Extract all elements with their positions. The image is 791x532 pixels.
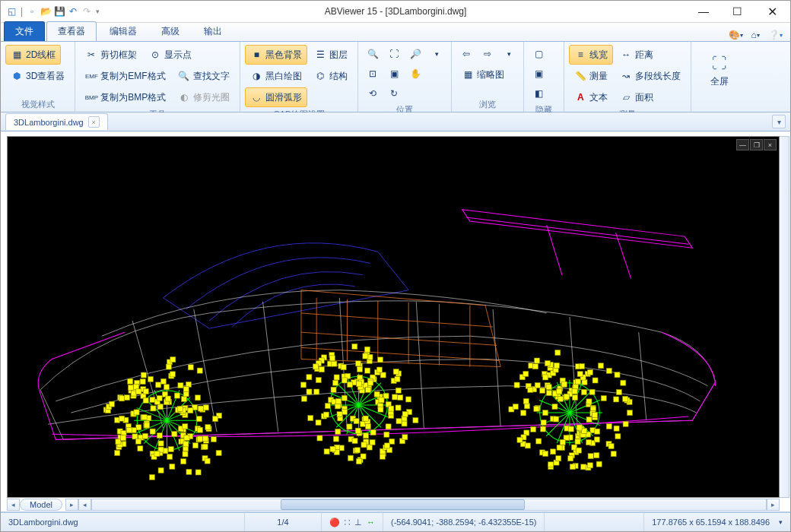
chevron-down-icon: ▾ [435, 50, 439, 58]
btn-fullscreen[interactable]: ⛶ 全屏 [696, 45, 743, 98]
btn-trim-aperture[interactable]: ◐修剪光圈 [173, 87, 235, 107]
vp-restore-icon[interactable]: ❐ [750, 139, 763, 150]
btn-smooth-arc[interactable]: ◡圆滑弧形 [245, 87, 307, 107]
svg-rect-142 [211, 436, 216, 442]
maximize-button[interactable]: ☐ [720, 1, 754, 22]
status-grid-icon[interactable]: ↔ [367, 518, 375, 527]
tab-file[interactable]: 文件 [4, 21, 45, 41]
qat-dropdown-icon[interactable]: ▾ [96, 8, 100, 15]
btn-hide-2[interactable]: ▣ [529, 65, 548, 83]
svg-rect-440 [577, 425, 582, 430]
btn-bw-draw[interactable]: ◑黑白绘图 [245, 66, 307, 86]
cube-icon: ⬢ [11, 70, 23, 82]
svg-rect-406 [595, 429, 600, 434]
btn-prev[interactable]: ⇦ [456, 45, 476, 63]
svg-rect-384 [606, 424, 612, 429]
svg-rect-299 [364, 347, 370, 352]
btn-zoom-drop[interactable]: ▾ [427, 45, 446, 63]
tab-advanced[interactable]: 高级 [150, 21, 191, 41]
black-bg-icon: ■ [250, 49, 262, 61]
btn-measure[interactable]: 📏测量 [569, 66, 613, 86]
btn-zoom-fit[interactable]: ⛶ [384, 45, 404, 63]
doc-tab-active[interactable]: 3DLamborgini.dwg × [5, 113, 108, 130]
btn-black-bg[interactable]: ■黑色背景 [245, 45, 307, 65]
redo-icon[interactable]: ↷ [81, 5, 93, 17]
model-tab[interactable]: Model [20, 499, 62, 511]
group-browse: ⇦ ⇨ ▾ ▦缩略图 浏览 [452, 42, 524, 112]
tab-output[interactable]: 输出 [192, 21, 233, 41]
svg-rect-258 [370, 430, 376, 435]
doc-tabs-menu-icon[interactable]: ▾ [772, 115, 786, 128]
svg-rect-305 [348, 382, 353, 387]
save-icon[interactable]: 💾 [53, 5, 65, 17]
close-button[interactable]: ✕ [754, 1, 790, 22]
btn-text[interactable]: A文本 [569, 87, 613, 107]
vp-minimize-icon[interactable]: — [736, 139, 749, 150]
new-icon[interactable]: ▫ [26, 5, 38, 17]
btn-pan[interactable]: ✋ [405, 65, 425, 83]
btn-hide-3[interactable]: ◧ [529, 84, 548, 103]
svg-rect-205 [314, 389, 319, 394]
close-tab-icon[interactable]: × [88, 116, 100, 128]
btn-copy-emf[interactable]: EMF复制为EMF格式 [80, 66, 170, 86]
btn-linewidth[interactable]: ≡线宽 [569, 45, 613, 65]
hscroll-thumb[interactable] [281, 499, 525, 510]
btn-2d-wireframe[interactable]: ▦2D线框 [5, 45, 61, 65]
svg-rect-439 [582, 429, 587, 434]
btn-thumbnail[interactable]: ▦缩略图 [456, 65, 510, 84]
btn-rotate[interactable]: ⟲ [363, 84, 383, 103]
btn-area[interactable]: ▱面积 [615, 87, 659, 107]
btn-copy-bmp[interactable]: BMP复制为BMP格式 [80, 87, 171, 107]
btn-zoom-extent[interactable]: ▣ [384, 65, 404, 83]
btn-polyline-len[interactable]: ↝多段线长度 [615, 66, 686, 86]
status-snap-icon[interactable]: ⸬ [345, 518, 350, 527]
model-next-icon[interactable]: ▸ [65, 499, 78, 511]
btn-zoom-in[interactable]: 🔍 [363, 45, 383, 63]
svg-rect-429 [540, 388, 545, 393]
svg-rect-74 [168, 447, 173, 452]
btn-layers[interactable]: ☰图层 [309, 45, 353, 65]
svg-rect-302 [389, 406, 394, 411]
btn-next[interactable]: ⇨ [478, 45, 497, 63]
arc-icon: ◡ [250, 91, 262, 103]
undo-icon[interactable]: ↶ [67, 5, 79, 17]
btn-structure[interactable]: ⌬结构 [309, 66, 353, 86]
status-color-icon[interactable]: 🔴 [329, 518, 340, 527]
help-icon[interactable]: ❔▾ [769, 29, 781, 41]
hscroll-right-icon[interactable]: ▸ [767, 499, 780, 511]
btn-3d-viewer[interactable]: ⬢3D查看器 [5, 66, 70, 86]
btn-zoom-window[interactable]: ⊡ [363, 65, 383, 83]
vp-close-icon[interactable]: × [764, 139, 777, 150]
svg-rect-271 [363, 353, 368, 359]
svg-rect-430 [588, 454, 593, 459]
ruler-icon: 📏 [574, 70, 586, 82]
style-dropdown-icon[interactable]: ⌂▾ [749, 29, 761, 41]
btn-zoom-out[interactable]: 🔎 [405, 45, 425, 63]
drawing-canvas[interactable]: — ❐ × [7, 136, 780, 498]
model-prev-icon[interactable]: ◂ [7, 499, 20, 511]
svg-rect-21 [141, 372, 146, 378]
minimize-button[interactable]: — [687, 1, 720, 22]
btn-hide-1[interactable]: ▢ [529, 45, 548, 63]
svg-rect-453 [535, 382, 540, 388]
open-icon[interactable]: 📂 [40, 5, 52, 17]
hscroll-track[interactable] [91, 499, 767, 511]
tab-viewer[interactable]: 查看器 [46, 21, 97, 41]
btn-browse-drop[interactable]: ▾ [499, 45, 519, 63]
svg-rect-251 [333, 380, 338, 385]
btn-clip-frame[interactable]: ✂剪切框架 [80, 45, 142, 65]
svg-rect-113 [195, 470, 201, 475]
hscroll-left-icon[interactable]: ◂ [78, 499, 91, 511]
btn-2d-wireframe-label: 2D线框 [26, 49, 56, 62]
status-ortho-icon[interactable]: ⊥ [354, 518, 362, 527]
btn-show-points[interactable]: ⊙显示点 [144, 45, 197, 65]
vertical-scrollbar[interactable] [779, 136, 789, 498]
btn-orbit[interactable]: ↻ [384, 84, 404, 103]
btn-distance[interactable]: ↔距离 [615, 45, 659, 65]
settings-icon[interactable]: 🎨▾ [729, 29, 742, 41]
svg-rect-464 [545, 360, 550, 366]
tab-editor[interactable]: 编辑器 [98, 21, 148, 41]
svg-rect-423 [581, 464, 586, 470]
status-chevron-icon[interactable]: ▾ [779, 518, 783, 526]
btn-find-text[interactable]: 🔍查找文字 [173, 66, 235, 86]
